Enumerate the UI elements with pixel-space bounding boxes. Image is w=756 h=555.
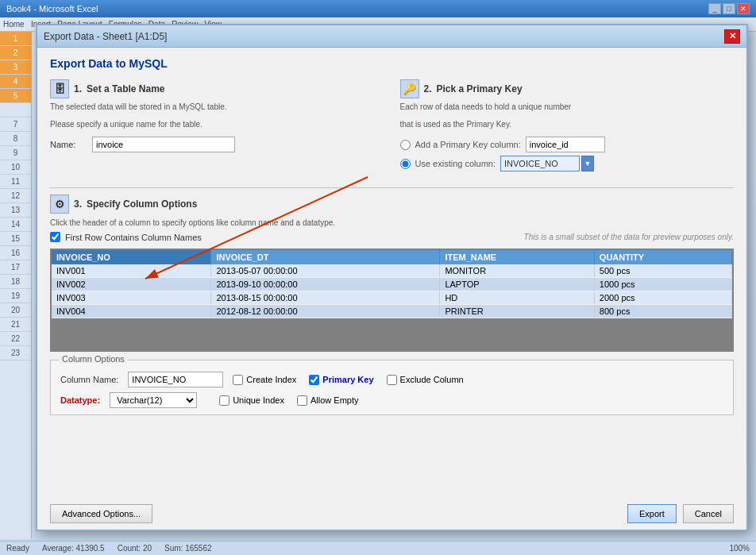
existing-col-dropdown-arrow[interactable]: ▼ <box>581 156 594 172</box>
advanced-options-button[interactable]: Advanced Options... <box>50 504 152 523</box>
cell-date2: 2013-09-10 00:00:00 <box>211 278 440 291</box>
maximize-button[interactable]: □ <box>723 3 735 14</box>
section1-number: 1. <box>74 83 82 94</box>
create-index-checkbox[interactable] <box>233 375 243 385</box>
datatype-label: Datatype: <box>60 395 100 405</box>
section1-desc1: The selected data will be stored in a My… <box>50 102 384 113</box>
cell-date3: 2013-08-15 00:00:00 <box>211 291 440 305</box>
cell-qty2: 1000 pcs <box>594 278 731 291</box>
table-row: INV004 2012-08-12 00:00:00 PRINTER 800 p… <box>52 305 732 318</box>
status-bar: Ready Average: 41390.5 Count: 20 Sum: 16… <box>0 541 756 555</box>
row-10: 10 <box>0 160 31 175</box>
row-13: 13 <box>0 203 31 218</box>
primary-key-label: Primary Key <box>322 375 373 384</box>
export-button[interactable]: Export <box>627 504 677 523</box>
excel-title: Book4 - Microsoft Excel <box>6 4 98 13</box>
col-name-label: Column Name: <box>60 375 118 384</box>
section1-heading: Set a Table Name <box>87 83 164 94</box>
status-sum: Sum: 165562 <box>164 544 212 553</box>
dialog-title-bar: Export Data - Sheet1 [A1:D5] ✕ <box>37 25 746 48</box>
data-table-wrapper: INVOICE_NO INVOICE_DT ITEM_NAME QUANTITY… <box>50 249 734 352</box>
status-ready: Ready <box>6 544 29 553</box>
cancel-button[interactable]: Cancel <box>683 504 734 523</box>
dialog-close-button[interactable]: ✕ <box>724 29 740 44</box>
col-header-item-name[interactable]: ITEM_NAME <box>440 250 594 264</box>
section2-desc2: that is used as the Primary Key. <box>400 119 735 130</box>
add-pk-radio[interactable] <box>400 140 411 150</box>
cell-item2: LAPTOP <box>440 278 594 291</box>
section1-title: 🗄 1. Set a Table Name <box>50 79 384 98</box>
col-options-icon: ⚙ <box>50 195 69 214</box>
allow-empty-checkbox[interactable] <box>297 395 307 406</box>
section2-title: 🔑 2. Pick a Primary Key <box>400 79 735 98</box>
row-1: 1 <box>0 32 31 46</box>
status-zoom: 100% <box>729 544 750 553</box>
row-22: 22 <box>0 332 31 346</box>
more-checkboxes: Unique Index Allow Empty <box>219 395 358 406</box>
first-row-label: First Row Contains Column Names <box>65 233 202 242</box>
first-row-checkbox[interactable] <box>50 232 60 242</box>
create-index-label: Create Index <box>246 375 296 384</box>
dialog-heading: Export Data to MySQL <box>50 57 734 70</box>
col-options-checkboxes: Create Index Primary Key Exclude Column <box>233 375 463 385</box>
use-col-dropdown-wrapper: ▼ <box>500 156 594 172</box>
unique-index-option: Unique Index <box>219 395 284 406</box>
dialog-footer: Advanced Options... Export Cancel <box>50 504 734 523</box>
use-existing-col-radio[interactable] <box>400 159 411 169</box>
existing-col-input[interactable] <box>500 156 580 172</box>
use-col-label: Use existing column: <box>415 159 496 168</box>
section3-header: ⚙ 3. Specify Column Options <box>50 195 734 214</box>
cell-qty1: 500 pcs <box>594 264 731 278</box>
add-pk-label: Add a Primary Key column: <box>415 140 521 149</box>
col-header-invoice-no[interactable]: INVOICE_NO <box>52 250 211 264</box>
section3-desc: Click the header of a column to specify … <box>50 218 734 227</box>
unique-index-checkbox[interactable] <box>219 395 230 406</box>
minimize-button[interactable]: _ <box>708 3 721 14</box>
first-row-checkbox-row: First Row Contains Column Names This is … <box>50 232 734 242</box>
row-7: 7 <box>0 118 31 132</box>
row-numbers-panel: 1 2 3 4 5 7 8 9 10 11 12 13 14 15 16 17 … <box>0 32 32 539</box>
key-icon: 🔑 <box>400 79 419 98</box>
row-6 <box>0 103 31 118</box>
dialog-title: Export Data - Sheet1 [A1:D5] <box>44 31 167 42</box>
allow-empty-option: Allow Empty <box>297 395 359 406</box>
create-index-option: Create Index <box>233 375 296 385</box>
row-8: 8 <box>0 132 31 146</box>
row-4: 4 <box>0 75 31 89</box>
row-11: 11 <box>0 175 31 189</box>
allow-empty-label: Allow Empty <box>310 395 359 405</box>
row-2: 2 <box>0 46 31 60</box>
exclude-col-checkbox[interactable] <box>387 375 397 385</box>
pk-column-name-input[interactable] <box>526 137 605 152</box>
row-19: 19 <box>0 289 31 303</box>
cell-item3: HD <box>440 291 594 305</box>
cell-item1: MONITOR <box>440 264 594 278</box>
row-15: 15 <box>0 232 31 246</box>
row-20: 20 <box>0 303 31 318</box>
table-row: INV003 2013-08-15 00:00:00 HD 2000 pcs <box>52 291 732 305</box>
exclude-col-option: Exclude Column <box>387 375 464 385</box>
row-3: 3 <box>0 60 31 75</box>
col-name-input[interactable] <box>128 372 223 387</box>
section1-desc2: Please specify a unique name for the tab… <box>50 119 384 130</box>
close-window-button[interactable]: ✕ <box>737 3 750 14</box>
row-18: 18 <box>0 275 31 289</box>
section3-number: 3. <box>74 198 82 210</box>
table-icon: 🗄 <box>50 79 69 98</box>
col-header-quantity[interactable]: QUANTITY <box>594 250 731 264</box>
table-name-input[interactable] <box>92 137 235 152</box>
row-17: 17 <box>0 260 31 275</box>
col-header-invoice-dt[interactable]: INVOICE_DT <box>211 250 440 264</box>
primary-key-checkbox[interactable] <box>309 375 319 385</box>
datatype-select[interactable]: Varchar(12) <box>110 392 197 408</box>
section3-heading: Specify Column Options <box>87 198 197 210</box>
cell-qty3: 2000 pcs <box>594 291 731 305</box>
name-field-row: Name: <box>50 137 384 152</box>
status-average: Average: 41390.5 <box>42 544 105 553</box>
cell-date4: 2012-08-12 00:00:00 <box>211 305 440 318</box>
data-table: INVOICE_NO INVOICE_DT ITEM_NAME QUANTITY… <box>52 250 732 318</box>
section2-desc1: Each row of data needs to hold a unique … <box>400 102 735 113</box>
row-14: 14 <box>0 218 31 232</box>
section2-heading: Pick a Primary Key <box>437 83 523 94</box>
status-count: Count: 20 <box>118 544 152 553</box>
